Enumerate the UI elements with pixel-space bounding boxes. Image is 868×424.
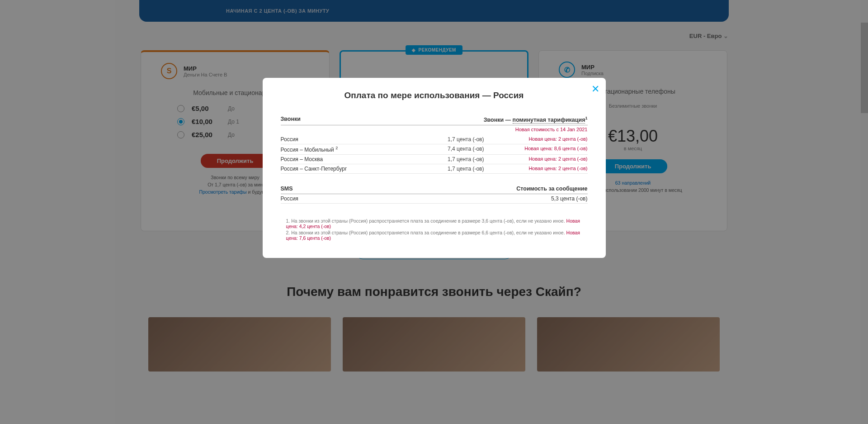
rate-row: Россия – Мобильный 27,4 цента (-ов)Новая… (281, 144, 588, 155)
modal-title: Оплата по мере использования — Россия (281, 91, 588, 100)
rate-row: Россия5,3 цента (-ов) (281, 194, 588, 204)
close-icon[interactable]: ✕ (591, 84, 599, 94)
rate-row: Россия – Москва1,7 цента (-ов)Новая цена… (281, 155, 588, 164)
new-price-date: Новая стоимость с 14 Jan 2021 (281, 127, 588, 132)
sms-table-header: SMS Стоимость за сообщение (281, 186, 588, 194)
calls-table-header: Звонки Звонки — поминутная тарификация1 (281, 116, 588, 125)
rate-row: Россия – Санкт-Петербург1,7 цента (-ов)Н… (281, 164, 588, 174)
rate-row: Россия1,7 цента (-ов)Новая цена: 2 цента… (281, 135, 588, 144)
footnote: 2. На звонки из этой страны (Россия) рас… (286, 230, 588, 241)
rates-modal: ✕ Оплата по мере использования — Россия … (263, 78, 606, 258)
footnote: 1. На звонки из этой страны (Россия) рас… (286, 218, 588, 229)
modal-overlay[interactable]: ✕ Оплата по мере использования — Россия … (0, 0, 868, 424)
